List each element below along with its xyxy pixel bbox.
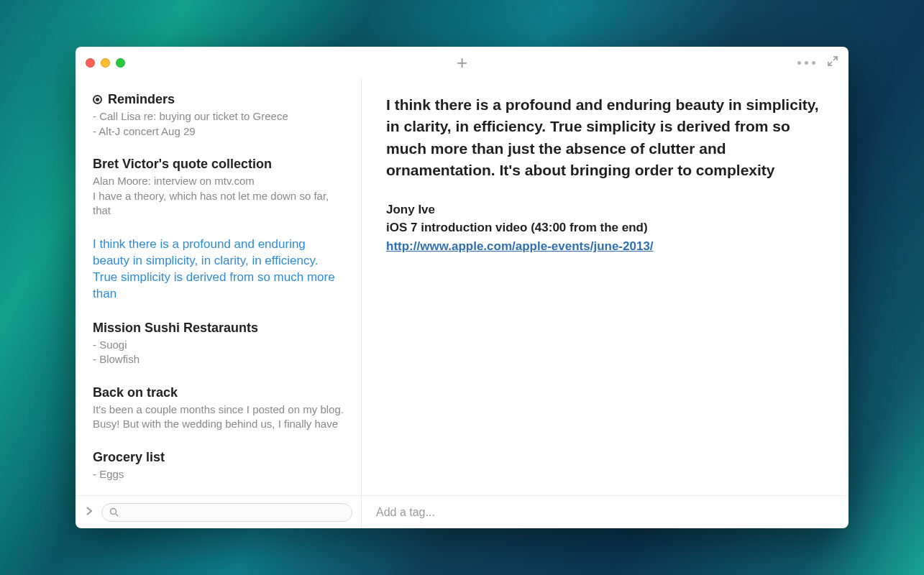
- search-input[interactable]: [123, 507, 344, 518]
- note-preview: I think there is a profound and enduring…: [93, 236, 344, 303]
- note-preview: - Call Lisa re: buying our ticket to Gre…: [93, 109, 344, 139]
- note-list-item[interactable]: Grocery list- Eggs: [76, 449, 361, 495]
- editor-body[interactable]: I think there is a profound and enduring…: [362, 78, 848, 495]
- sidebar-footer: [76, 495, 361, 528]
- note-title-row: Bret Victor's quote collection: [93, 156, 344, 172]
- note-title: Reminders: [108, 91, 175, 108]
- note-preview: It's been a couple months since I posted…: [93, 402, 344, 432]
- more-menu-button[interactable]: [797, 61, 815, 65]
- close-window-button[interactable]: [86, 58, 95, 68]
- editor-pane: I think there is a profound and enduring…: [362, 78, 848, 528]
- note-source: iOS 7 introduction video (43:00 from the…: [386, 218, 824, 237]
- note-list-item[interactable]: Bret Victor's quote collectionAlan Moore…: [76, 156, 361, 235]
- dot-icon: [812, 61, 815, 65]
- content-area: Reminders- Call Lisa re: buying our tick…: [76, 78, 848, 528]
- note-title-row: Mission Sushi Restaraunts: [93, 320, 344, 336]
- note-meta: Jony Ive iOS 7 introduction video (43:00…: [386, 201, 824, 256]
- titlebar: +: [76, 47, 848, 78]
- sidebar-expand-button[interactable]: [84, 506, 94, 519]
- editor-footer: [362, 495, 848, 528]
- new-note-button[interactable]: +: [457, 53, 467, 72]
- search-field[interactable]: [101, 503, 352, 522]
- note-title: Bret Victor's quote collection: [93, 156, 272, 172]
- note-list-item[interactable]: Back on trackIt's been a couple months s…: [76, 385, 361, 449]
- note-list-item[interactable]: I think there is a profound and enduring…: [76, 236, 361, 320]
- note-title: Grocery list: [93, 449, 165, 466]
- note-paragraph: I think there is a profound and enduring…: [386, 94, 824, 182]
- minimize-window-button[interactable]: [101, 58, 110, 68]
- tag-input[interactable]: [376, 506, 834, 519]
- note-list-item[interactable]: Mission Sushi Restaraunts- Suogi - Blowf…: [76, 320, 361, 385]
- svg-point-0: [111, 509, 116, 515]
- fullscreen-toggle-button[interactable]: [827, 55, 838, 70]
- note-author: Jony Ive: [386, 201, 824, 219]
- search-icon: [109, 507, 119, 517]
- note-list: Reminders- Call Lisa re: buying our tick…: [76, 78, 361, 495]
- sidebar: Reminders- Call Lisa re: buying our tick…: [76, 78, 362, 528]
- note-title-row: Reminders: [93, 91, 344, 108]
- reminder-bullet-icon: [93, 95, 102, 104]
- note-preview: Alan Moore: interview on mtv.com I have …: [93, 174, 344, 218]
- zoom-window-button[interactable]: [116, 58, 125, 68]
- note-title: Mission Sushi Restaraunts: [93, 320, 258, 336]
- note-title: Back on track: [93, 385, 178, 401]
- note-link[interactable]: http://www.apple.com/apple-events/june-2…: [386, 239, 654, 253]
- note-list-item[interactable]: Reminders- Call Lisa re: buying our tick…: [76, 91, 361, 156]
- app-window: + Reminders- Call Lisa re: buying our ti…: [76, 47, 848, 528]
- note-preview: - Eggs: [93, 467, 344, 482]
- dot-icon: [797, 61, 801, 65]
- window-controls: [86, 58, 125, 68]
- note-preview: - Suogi - Blowfish: [93, 338, 344, 367]
- note-title-row: Back on track: [93, 385, 344, 401]
- dot-icon: [805, 61, 808, 65]
- note-title-row: Grocery list: [93, 449, 344, 466]
